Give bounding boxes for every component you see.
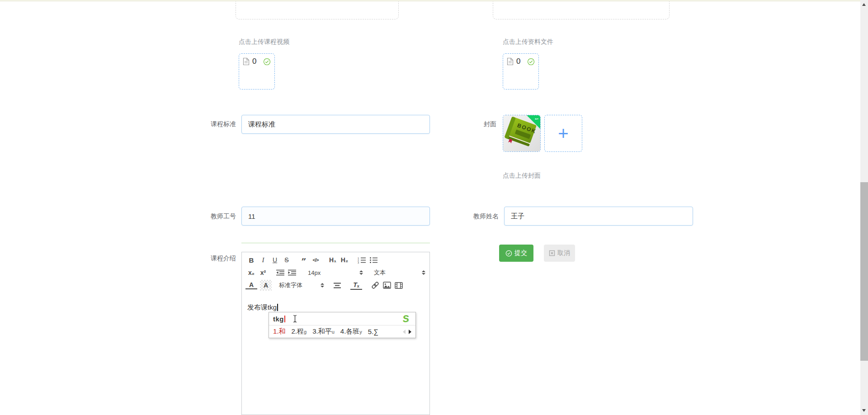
ime-composition-row: tkg S xyxy=(269,312,415,325)
picker-arrows-icon xyxy=(359,270,363,275)
candidate-text: 4.各班 xyxy=(340,327,360,335)
toolbar-row-3: A A 标准字体 Tx xyxy=(245,279,426,292)
document-icon xyxy=(243,57,250,66)
teacher-id-label: 教师工号 xyxy=(181,212,236,221)
page-prev-icon[interactable] xyxy=(403,330,406,334)
toolbar-row-2: x₂ x² 14px 文本 xyxy=(245,266,426,279)
candidate-text: 1.和 xyxy=(273,327,286,335)
square-close-icon xyxy=(549,250,555,256)
superscript-button[interactable]: x² xyxy=(257,267,269,278)
cover-upload-button[interactable]: + xyxy=(544,115,582,152)
svg-text:3: 3 xyxy=(358,261,359,264)
image-button[interactable] xyxy=(381,280,393,291)
cover-label: 封面 xyxy=(470,120,496,128)
italic-button[interactable]: I xyxy=(257,255,269,265)
strike-button[interactable]: S xyxy=(281,255,292,265)
cover-upload-hint: 点击上传封面 xyxy=(503,172,541,180)
blockquote-button[interactable]: ” xyxy=(298,255,310,265)
cancel-label: 取消 xyxy=(557,249,570,257)
picker-arrows-icon xyxy=(321,283,324,288)
upload-video-hint: 点击上传课程视频 xyxy=(239,38,289,46)
ime-candidate-4[interactable]: 4.各班y xyxy=(340,327,362,336)
document-icon xyxy=(507,57,514,66)
size-picker-value: 14px xyxy=(308,269,321,276)
candidate-suffix: u xyxy=(332,329,335,335)
editor-composition-text: tkg xyxy=(268,303,277,311)
editor-content-area[interactable]: 发布课tkg xyxy=(241,292,430,415)
material-file-count: 0 xyxy=(516,57,520,66)
font-picker-value: 标准字体 xyxy=(279,281,302,289)
video-file-count-box[interactable]: 0 xyxy=(239,53,275,90)
cancel-button[interactable]: 取消 xyxy=(544,245,575,262)
page-next-icon[interactable] xyxy=(409,330,411,334)
text-color-button[interactable]: A xyxy=(245,281,257,289)
ordered-list-button[interactable]: 123 xyxy=(356,255,368,265)
course-intro-label: 课程介绍 xyxy=(181,255,236,263)
ime-candidate-5[interactable]: 5.∑ xyxy=(368,328,378,335)
course-standard-label: 课程标准 xyxy=(181,120,236,128)
check-circle-icon xyxy=(263,58,271,66)
video-dropzone-bottom[interactable] xyxy=(236,1,399,19)
outdent-button[interactable] xyxy=(274,267,286,278)
ime-candidate-3[interactable]: 3.和平u xyxy=(312,327,335,336)
align-button[interactable] xyxy=(331,280,343,291)
ime-candidate-2[interactable]: 2.程g xyxy=(292,327,307,336)
material-file-count-box[interactable]: 0 xyxy=(503,53,539,90)
header-2-button[interactable]: H₂ xyxy=(339,255,350,265)
indent-button[interactable] xyxy=(286,267,298,278)
header-picker-value: 文本 xyxy=(374,269,386,277)
material-dropzone-bottom[interactable] xyxy=(493,1,670,19)
candidate-text: 2.程 xyxy=(292,327,304,335)
ime-candidate-row: 1.和 2.程g 3.和平u 4.各班y 5.∑ xyxy=(269,325,415,338)
bullet-list-button[interactable] xyxy=(368,255,379,265)
teacher-id-input[interactable] xyxy=(241,207,430,226)
text-caret xyxy=(277,304,278,311)
scrollbar-down-arrow[interactable] xyxy=(862,409,866,412)
video-button[interactable] xyxy=(393,280,405,291)
circle-check-icon xyxy=(505,250,512,257)
course-edit-page: 点击上传课程视频 点击上传资料文件 0 0 课程标准 封面 xyxy=(0,0,868,415)
bold-button[interactable]: B xyxy=(245,255,257,265)
header-picker[interactable]: 文本 xyxy=(374,269,425,277)
header-1-button[interactable]: H₁ xyxy=(327,255,339,265)
check-circle-icon xyxy=(527,58,535,66)
scrollbar-thumb[interactable] xyxy=(860,182,868,361)
code-block-button[interactable]: </> xyxy=(310,255,321,265)
underline-button[interactable]: U xyxy=(269,255,281,265)
subscript-button[interactable]: x₂ xyxy=(245,267,257,278)
picker-arrows-icon xyxy=(422,270,425,275)
link-button[interactable] xyxy=(369,280,381,291)
submit-label: 提交 xyxy=(514,249,527,257)
top-edge-strip xyxy=(0,0,860,1)
ibeam-cursor-icon xyxy=(292,315,297,323)
candidate-text: 3.和平 xyxy=(312,327,332,335)
clean-t: T xyxy=(353,281,357,288)
sogou-logo: S xyxy=(400,313,412,325)
video-file-count: 0 xyxy=(252,57,256,66)
clean-x: x xyxy=(357,284,359,288)
clean-format-button[interactable]: Tx xyxy=(350,281,362,290)
submit-button[interactable]: 提交 xyxy=(499,245,533,262)
ime-caret xyxy=(284,316,285,322)
toolbar-row-1: B I U S ” </> H₁ H₂ 123 xyxy=(245,254,426,266)
editor-text: 发布课 xyxy=(247,303,268,311)
scrollbar-up-arrow[interactable] xyxy=(862,3,866,6)
plus-icon: + xyxy=(558,124,568,142)
editor-wrapper-top-border xyxy=(241,243,430,244)
background-color-button[interactable]: A xyxy=(260,280,272,291)
upload-material-hint: 点击上传资料文件 xyxy=(503,38,553,46)
ime-candidate-1[interactable]: 1.和 xyxy=(273,327,286,336)
teacher-name-input[interactable] xyxy=(504,207,693,226)
ime-popup: tkg S 1.和 2.程g 3.和平u 4.各班y 5.∑ xyxy=(269,312,416,338)
course-standard-input[interactable] xyxy=(241,115,430,134)
font-picker[interactable]: 标准字体 xyxy=(279,281,324,289)
ime-pagination xyxy=(403,330,411,334)
ime-composition: tkg xyxy=(273,315,284,323)
teacher-name-label: 教师姓名 xyxy=(443,212,499,221)
size-picker[interactable]: 14px xyxy=(308,269,363,276)
candidate-suffix: g xyxy=(304,329,307,335)
cover-thumbnail[interactable]: BOOK ✓ xyxy=(503,115,541,152)
candidate-suffix: y xyxy=(359,329,362,335)
candidate-text: 5.∑ xyxy=(368,328,378,335)
editor-toolbar: B I U S ” </> H₁ H₂ 123 x₂ x² xyxy=(241,252,430,293)
